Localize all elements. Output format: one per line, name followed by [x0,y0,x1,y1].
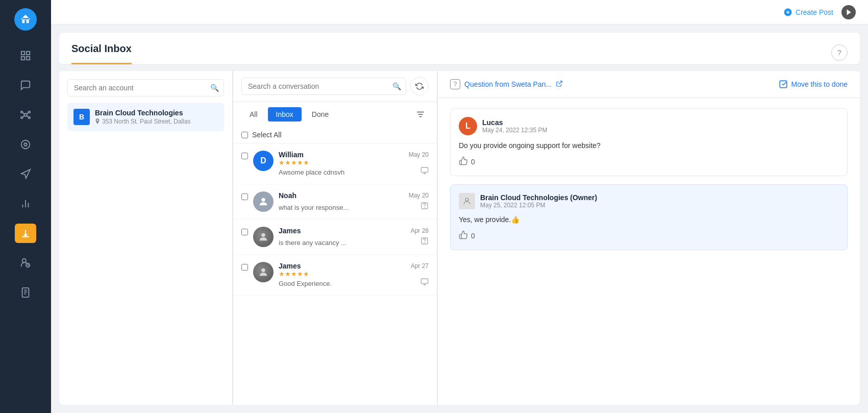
conv-avatar-noah [253,191,274,212]
conv-avatar-james1 [253,227,274,247]
message-meta-lucas: Lucas May 24, 2022 12:35 PM [482,118,547,134]
svg-point-8 [29,117,31,119]
message-card-lucas: L Lucas May 24, 2022 12:35 PM Do you pro… [450,108,848,176]
create-post-button[interactable]: Create Post [783,8,833,17]
conv-body-james1: James Apr 28 is there any vacancy ... [279,227,429,247]
create-post-label: Create Post [796,8,833,16]
detail-title-area: ? Question from Sweta Pan... [450,79,563,89]
refresh-button[interactable] [410,77,429,95]
sidebar-item-publish[interactable] [11,221,40,246]
conv-checkbox-noah[interactable] [241,193,248,200]
select-all-checkbox[interactable] [241,132,248,138]
svg-line-11 [23,115,25,117]
app-logo[interactable] [14,8,37,31]
help-button[interactable]: ? [831,44,848,61]
page-title: Social Inbox [71,43,132,64]
message-header-owner: Brain Cloud Technologies (Owner) May 25,… [459,193,839,209]
main-content: Create Post Social Inbox ? 🔍 B [51,0,868,413]
svg-line-40 [559,81,562,84]
filter-button[interactable] [412,106,429,123]
sidebar [0,0,51,413]
panels-container: 🔍 B Brain Cloud Technologies 353 North S… [59,71,860,405]
topbar: Create Post [51,0,868,25]
sidebar-item-dashboard[interactable] [11,43,40,68]
message-meta-owner: Brain Cloud Technologies (Owner) May 25,… [480,193,597,209]
conv-stars-james2: ★★★★★ [279,270,429,278]
account-search-icon: 🔍 [210,84,219,92]
conv-header-noah: Noah May 20 [279,191,429,200]
svg-line-10 [27,112,29,114]
conv-name-noah: Noah [279,191,296,200]
conversation-search-input[interactable] [241,78,406,95]
conv-avatar-william: D [253,151,274,171]
conversation-item-james2[interactable]: James Apr 27 ★★★★★ Good Experience. [233,255,437,296]
conversation-item-james1[interactable]: James Apr 28 is there any vacancy ... [233,220,437,255]
conv-header-james1: James Apr 28 [279,227,429,235]
detail-header: ? Question from Sweta Pan... Move this t… [438,71,860,98]
like-button-owner[interactable] [459,230,468,241]
svg-point-35 [261,233,265,237]
like-button-lucas[interactable] [459,156,468,167]
review-icon-james2 [420,278,429,288]
conversations-panel: 🔍 All Inbox Done [233,71,437,405]
conv-checkbox-james2[interactable] [241,264,248,271]
select-all-label[interactable]: Select All [252,131,282,139]
message-name-lucas: Lucas [482,118,547,127]
like-count-owner: 0 [471,232,475,240]
tab-all[interactable]: All [241,107,266,122]
conversation-item-william[interactable]: D William May 20 ★★★★★ Awsome place cdns… [233,143,437,184]
conv-checkbox-james1[interactable] [241,229,248,235]
message-header-lucas: L Lucas May 24, 2022 12:35 PM [459,117,839,135]
account-search-input[interactable] [67,79,224,96]
question-icon-noah [420,202,429,212]
question-icon-james1 [420,237,429,247]
svg-point-38 [261,269,265,272]
conv-name-james2: James [279,262,301,270]
message-avatar-owner [459,193,475,209]
message-text-lucas: Do you provide ongoing support for websi… [459,140,839,151]
external-link-icon[interactable] [556,80,563,89]
sidebar-item-audience[interactable] [11,250,40,276]
conv-date-james1: Apr 28 [411,227,429,234]
conv-name-james1: James [279,227,301,235]
account-info: Brain Cloud Technologies 353 North St. P… [95,109,190,125]
tab-inbox[interactable]: Inbox [268,107,302,122]
like-count-lucas: 0 [471,158,475,166]
conversation-search-box: 🔍 [241,78,406,95]
message-text-owner: Yes, we provide.👍 [459,214,839,225]
conv-body-noah: Noah May 20 what is your response... [279,191,429,212]
conv-stars-william: ★★★★★ [279,159,429,166]
svg-rect-0 [21,52,24,55]
sidebar-item-connections[interactable] [11,102,40,128]
message-actions-owner: 0 [459,230,839,241]
message-time-lucas: May 24, 2022 12:35 PM [482,127,547,134]
account-icon: B [73,109,90,125]
svg-point-18 [22,259,26,262]
stream-button[interactable] [841,5,856,19]
account-address: 353 North St. Paul Street, Dallas [95,118,190,125]
detail-messages: L Lucas May 24, 2022 12:35 PM Do you pro… [438,98,860,405]
svg-line-9 [23,112,25,114]
svg-point-37 [425,242,425,243]
svg-rect-41 [780,81,787,88]
move-to-done-button[interactable]: Move this to done [779,80,848,89]
sidebar-item-campaigns[interactable] [11,161,40,187]
sidebar-item-inbox[interactable] [11,72,40,98]
svg-marker-27 [847,9,851,15]
svg-point-5 [21,111,23,113]
sidebar-item-reports[interactable] [11,280,40,305]
conversation-item-noah[interactable]: Noah May 20 what is your response... [233,184,437,220]
conv-checkbox-william[interactable] [241,153,248,159]
svg-point-13 [21,140,30,149]
sidebar-item-analytics[interactable] [11,191,40,216]
conv-date-william: May 20 [409,151,429,158]
message-avatar-lucas: L [459,117,477,135]
account-name: Brain Cloud Technologies [95,109,190,117]
conv-preview-james2: Good Experience. [279,280,332,287]
conv-body-james2: James Apr 27 ★★★★★ Good Experience. [279,262,429,288]
conv-header-james2: James Apr 27 [279,262,429,270]
account-item[interactable]: B Brain Cloud Technologies 353 North St.… [67,103,224,131]
tab-done[interactable]: Done [304,107,337,122]
sidebar-item-monitoring[interactable] [11,132,40,157]
svg-rect-2 [21,57,24,60]
